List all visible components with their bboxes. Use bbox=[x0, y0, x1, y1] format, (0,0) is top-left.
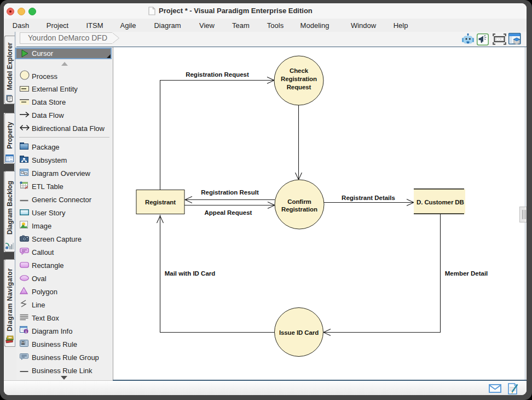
svg-text:Registration Result: Registration Result bbox=[201, 189, 259, 196]
svg-text:Registration Request: Registration Request bbox=[186, 71, 249, 78]
svg-text:Member Detail: Member Detail bbox=[445, 270, 488, 277]
svg-text:Appeal Request: Appeal Request bbox=[205, 209, 252, 216]
svg-text:Registration: Registration bbox=[281, 206, 317, 213]
svg-text:Check: Check bbox=[290, 67, 309, 74]
svg-text:Issue ID Card: Issue ID Card bbox=[279, 329, 319, 336]
svg-text:Mail with ID Card: Mail with ID Card bbox=[165, 270, 216, 277]
svg-text:Registrant: Registrant bbox=[145, 199, 176, 205]
svg-text:D. Customer DB: D. Customer DB bbox=[417, 199, 464, 205]
svg-text:Confirm: Confirm bbox=[287, 198, 311, 205]
svg-text:Registrant Details: Registrant Details bbox=[342, 195, 395, 201]
svg-text:Registration: Registration bbox=[281, 76, 317, 82]
svg-text:Request: Request bbox=[287, 84, 311, 90]
svg-text:i: i bbox=[25, 329, 26, 334]
